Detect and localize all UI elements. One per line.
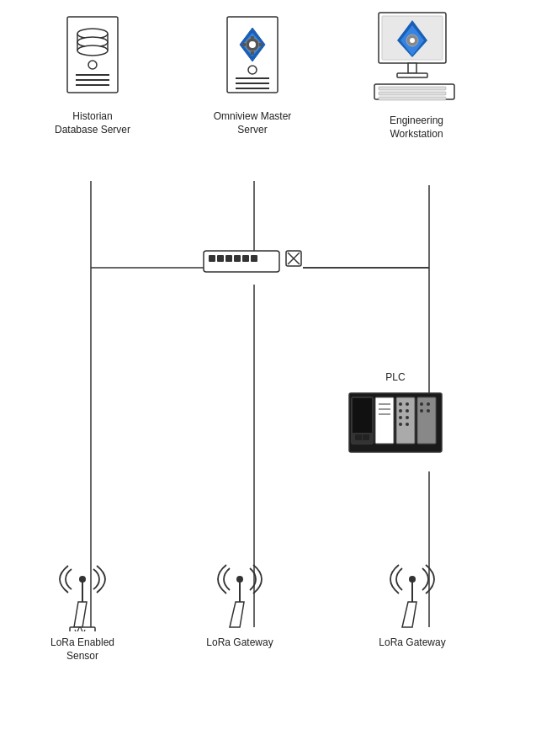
svg-point-63 [406,402,409,406]
svg-point-38 [410,38,415,43]
lora-sensor-node: LoRa Enabled Sensor [24,556,141,663]
historian-server-label: Historian Database Server [55,110,130,136]
lora-gateway2-icon [379,560,446,631]
lora-gateway1-label: LoRa Gateway [206,636,273,650]
svg-rect-28 [259,43,263,46]
lora-gateway2-node: LoRa Gateway [362,560,463,650]
omniview-server-icon [219,13,286,105]
svg-point-62 [399,402,402,406]
svg-point-65 [406,409,409,413]
svg-marker-78 [74,602,87,627]
svg-rect-26 [251,51,254,55]
lora-sensor-label: LoRa Enabled Sensor [50,636,114,663]
lora-gateway1-node: LoRa Gateway [189,560,290,650]
omniview-server-label: Omniview Master Server [214,110,292,136]
engineering-workstation-node: Engineering Workstation [353,8,480,141]
svg-point-74 [427,409,430,413]
svg-rect-75 [352,433,373,443]
svg-rect-46 [209,255,215,262]
svg-point-24 [249,41,256,48]
svg-rect-51 [251,255,257,262]
svg-point-80 [79,576,86,583]
svg-marker-82 [230,602,244,627]
network-switch-node [185,244,320,282]
svg-rect-47 [217,255,224,262]
svg-rect-40 [397,73,427,77]
svg-rect-25 [251,36,254,40]
svg-rect-76 [355,434,362,440]
svg-rect-39 [408,63,416,73]
svg-point-64 [399,409,402,413]
svg-point-87 [409,576,416,583]
svg-point-84 [236,576,243,583]
lora-gateway2-label: LoRa Gateway [379,636,445,650]
svg-point-73 [420,409,423,413]
svg-point-13 [77,45,108,56]
svg-point-68 [399,423,402,426]
svg-rect-49 [234,255,241,262]
svg-rect-50 [242,255,249,262]
svg-point-72 [427,402,430,406]
svg-point-71 [420,402,423,406]
svg-point-69 [406,423,409,426]
plc-node: PLC [332,366,459,456]
svg-point-67 [406,416,409,419]
svg-rect-42 [379,87,446,90]
omniview-server-node: Omniview Master Server [194,13,311,136]
engineering-workstation-label: Engineering Workstation [390,114,443,141]
plc-label-top: PLC [385,371,405,385]
svg-marker-85 [402,602,416,627]
historian-server-node: Historian Database Server [34,13,151,136]
network-switch-icon [202,244,303,282]
svg-rect-77 [363,434,369,440]
lora-gateway1-icon [206,560,273,631]
svg-rect-44 [379,97,446,100]
plc-icon [345,389,446,456]
historian-server-icon [59,13,126,105]
lora-sensor-icon [45,556,120,631]
svg-point-66 [399,416,402,419]
svg-rect-43 [379,92,446,95]
svg-rect-48 [225,255,232,262]
svg-rect-27 [242,43,246,46]
engineering-workstation-icon [370,8,463,109]
network-diagram: Historian Database Server Omniview M [0,0,557,756]
